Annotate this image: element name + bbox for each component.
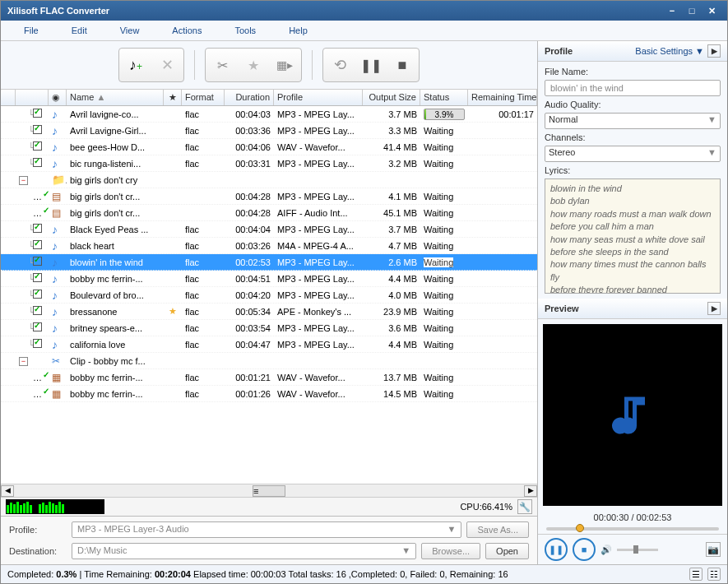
table-row[interactable]: −✂Clip - bobby mc f...	[1, 353, 537, 369]
row-size: 4.7 MB	[363, 240, 420, 252]
menu-help[interactable]: Help	[272, 22, 324, 39]
row-duration: 00:04:04	[225, 224, 274, 235]
row-checkbox[interactable]	[33, 158, 42, 167]
menu-tools[interactable]: Tools	[218, 22, 272, 39]
row-checkbox[interactable]	[33, 306, 42, 315]
volume-knob[interactable]	[633, 545, 638, 554]
row-size	[363, 179, 420, 181]
table-row[interactable]: └♪bic runga-listeni...flac00:03:31MP3 - …	[1, 155, 537, 172]
column-status[interactable]: Status	[420, 90, 468, 105]
row-checkbox[interactable]	[33, 141, 42, 151]
scroll-thumb[interactable]: ≡	[253, 485, 285, 497]
preview-panel-title: Preview	[545, 304, 579, 313]
table-row[interactable]: └♪Avril lavigne-co...flac00:04:03MP3 - M…	[1, 106, 537, 123]
column-duration[interactable]: Duration	[225, 90, 274, 105]
basic-settings-link[interactable]: Basic Settings ▼	[635, 46, 704, 56]
quality-select[interactable]: Normal▼	[545, 113, 721, 129]
tree-toggle[interactable]: −	[19, 176, 28, 185]
menu-file[interactable]: File	[7, 22, 55, 39]
maximize-button[interactable]: □	[683, 4, 701, 17]
row-checkbox[interactable]	[33, 257, 42, 266]
column-remaining[interactable]: Remaining Time	[468, 90, 537, 105]
channels-select[interactable]: Stereo▼	[545, 146, 721, 162]
filename-input[interactable]	[545, 80, 721, 96]
table-row[interactable]: └♪Avril Lavigne-Girl...flac00:03:36MP3 -…	[1, 123, 537, 139]
film-icon: ▦▸	[276, 58, 293, 72]
table-row[interactable]: └▦bobby mc ferrin-...flac00:01:21WAV - W…	[1, 369, 537, 386]
table-row[interactable]: └♪bee gees-How D...flac00:04:06WAV - Wav…	[1, 139, 537, 155]
file-list[interactable]: └♪Avril lavigne-co...flac00:04:03MP3 - M…	[1, 106, 537, 484]
table-row[interactable]: └♪black heartflac00:03:26M4A - MPEG-4 A.…	[1, 238, 537, 254]
row-name: Avril lavigne-co...	[67, 109, 164, 120]
effects-button[interactable]: ▦▸	[270, 50, 299, 80]
add-file-button[interactable]: ♪+	[121, 50, 151, 80]
row-checkbox[interactable]	[33, 273, 42, 282]
column-name[interactable]: Name ▲	[67, 90, 164, 105]
row-checkbox[interactable]	[33, 322, 42, 331]
snapshot-button[interactable]: 📷	[706, 542, 721, 557]
table-row[interactable]: └♪bressanone★flac00:05:34APE - Monkey's …	[1, 304, 537, 320]
scroll-right-button[interactable]: ▶	[524, 485, 537, 497]
table-row[interactable]: └♪Black Eyed Peas ...flac00:04:04MP3 - M…	[1, 221, 537, 238]
browse-button[interactable]: Browse...	[421, 543, 480, 559]
row-checkbox[interactable]	[42, 207, 49, 216]
clip-button[interactable]: ✂	[207, 50, 237, 80]
open-button[interactable]: Open	[485, 543, 529, 559]
column-star[interactable]: ★	[164, 90, 182, 105]
destination-input[interactable]: D:\My Music▼	[72, 543, 416, 559]
row-checkbox[interactable]	[33, 224, 42, 233]
profile-select[interactable]: MP3 - MPEG Layer-3 Audio▼	[72, 521, 461, 538]
cpu-label: CPU:66.41%	[460, 502, 512, 512]
pause-button[interactable]: ❚❚	[356, 50, 386, 80]
convert-button[interactable]: ⟲	[325, 50, 355, 80]
row-checkbox[interactable]	[33, 240, 42, 249]
table-row[interactable]: └♪california loveflac00:04:47MP3 - MPEG …	[1, 336, 537, 353]
filename-label: File Name:	[545, 67, 721, 76]
favorite-button[interactable]: ★	[239, 50, 268, 80]
player-stop-button[interactable]: ■	[573, 538, 596, 561]
column-profile[interactable]: Profile	[274, 90, 363, 105]
status-report-button[interactable]: ☷	[707, 568, 721, 581]
volume-slider[interactable]	[617, 549, 658, 551]
play-pause-button[interactable]: ❚❚	[545, 538, 568, 561]
save-as-button[interactable]: Save As...	[466, 521, 529, 538]
tree-toggle[interactable]: −	[19, 357, 28, 366]
seek-knob[interactable]	[576, 524, 584, 532]
close-button[interactable]: ✕	[702, 4, 721, 17]
profile-panel-collapse-button[interactable]: ▶	[707, 44, 721, 58]
column-type-icon[interactable]: ◉	[49, 90, 67, 105]
column-format[interactable]: Format	[182, 90, 225, 105]
column-output-size[interactable]: Output Size	[363, 90, 420, 105]
cpu-settings-button[interactable]: 🔧	[517, 499, 532, 514]
table-row[interactable]: └▤big girls don't cr...00:04:28MP3 - MPE…	[1, 188, 537, 205]
status-text: Waiting	[424, 142, 453, 152]
table-row[interactable]: └♪bobby mc ferrin-...flac00:04:51MP3 - M…	[1, 271, 537, 287]
menu-actions[interactable]: Actions	[155, 22, 218, 39]
stop-button[interactable]: ■	[387, 50, 417, 80]
horizontal-scrollbar[interactable]: ◀ ≡ ▶	[1, 484, 537, 497]
row-checkbox[interactable]	[42, 372, 49, 381]
row-checkbox[interactable]	[33, 290, 42, 299]
row-size	[363, 360, 420, 362]
table-row[interactable]: └♪britney spears-e...flac00:03:54MP3 - M…	[1, 320, 537, 336]
row-checkbox[interactable]	[33, 125, 42, 134]
menu-edit[interactable]: Edit	[55, 22, 104, 39]
row-checkbox[interactable]	[42, 388, 49, 397]
table-row[interactable]: └♪Boulevard of bro...flac00:04:20MP3 - M…	[1, 287, 537, 304]
minimize-button[interactable]: −	[663, 4, 681, 17]
remove-file-button[interactable]: ✕	[152, 50, 182, 80]
row-checkbox[interactable]	[33, 109, 42, 118]
status-list-button[interactable]: ☰	[689, 568, 702, 581]
table-row[interactable]: └▤big girls don't cr...00:04:28AIFF - Au…	[1, 205, 537, 221]
row-checkbox[interactable]	[33, 339, 42, 348]
table-row[interactable]: └▦bobby mc ferrin-...flac00:01:26WAV - W…	[1, 386, 537, 402]
table-row[interactable]: −📁big girls don't cry	[1, 172, 537, 188]
preview-seek-slider[interactable]	[546, 527, 719, 531]
row-profile: MP3 - MPEG Lay...	[274, 224, 363, 235]
lyrics-textarea[interactable]: blowin in the windbob dylanhow many road…	[545, 178, 721, 294]
menu-view[interactable]: View	[104, 22, 156, 39]
table-row[interactable]: └♪blowin' in the windflac00:02:53MP3 - M…	[1, 254, 537, 271]
scroll-left-button[interactable]: ◀	[1, 485, 14, 497]
preview-panel-collapse-button[interactable]: ▶	[707, 302, 721, 315]
row-checkbox[interactable]	[42, 191, 49, 200]
